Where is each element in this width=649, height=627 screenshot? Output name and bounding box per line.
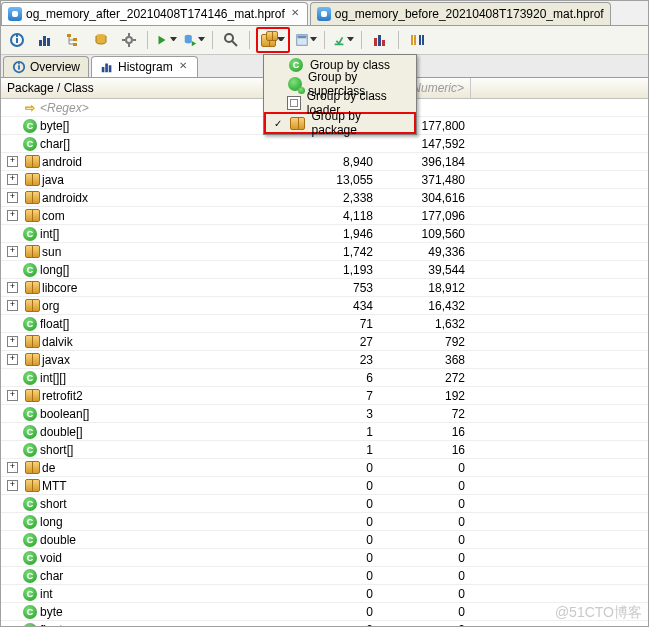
regex-placeholder[interactable]: <Regex> — [40, 101, 89, 115]
table-row[interactable]: int[][]6272 — [1, 369, 648, 387]
class-icon — [22, 424, 38, 440]
table-row[interactable]: +de00 — [1, 459, 648, 477]
table-row[interactable]: +MTT00 — [1, 477, 648, 495]
histogram-button[interactable] — [33, 28, 57, 52]
table-row[interactable]: double00 — [1, 531, 648, 549]
expander[interactable]: + — [7, 210, 18, 221]
expander[interactable]: + — [7, 156, 18, 167]
row-v1: 4,118 — [289, 209, 379, 223]
table-row[interactable]: int00 — [1, 585, 648, 603]
table-row[interactable]: +androidx2,338304,616 — [1, 189, 648, 207]
file-tab-before[interactable]: og_memory_before_20210408T173920_mat.hpr… — [310, 2, 611, 25]
svg-marker-17 — [192, 41, 196, 46]
export-button[interactable] — [331, 28, 355, 52]
calc-button[interactable] — [294, 28, 318, 52]
close-icon[interactable]: ✕ — [289, 8, 301, 20]
table-row[interactable]: +dalvik27792 — [1, 333, 648, 351]
table-row[interactable]: long[]1,19339,544 — [1, 261, 648, 279]
expander — [7, 319, 16, 328]
query-button[interactable] — [89, 28, 113, 52]
row-name: boolean[] — [40, 407, 89, 421]
row-v1: 3 — [289, 407, 379, 421]
row-name: double — [40, 533, 76, 547]
group-by-menu: Group by classGroup by superclassGroup b… — [263, 54, 417, 135]
expander[interactable]: + — [7, 192, 18, 203]
class-icon — [22, 316, 38, 332]
svg-rect-4 — [43, 36, 46, 46]
tab-histogram[interactable]: Histogram ✕ — [91, 56, 198, 77]
table-row[interactable]: void00 — [1, 549, 648, 567]
expander[interactable]: + — [7, 354, 18, 365]
table-row[interactable]: boolean[]372 — [1, 405, 648, 423]
table-row[interactable]: +retrofit27192 — [1, 387, 648, 405]
svg-rect-8 — [73, 43, 77, 46]
table-row[interactable]: +java13,055371,480 — [1, 171, 648, 189]
search-button[interactable] — [219, 28, 243, 52]
menu-item[interactable]: ✓Group by package — [264, 112, 416, 134]
expander[interactable]: + — [7, 282, 18, 293]
close-icon[interactable]: ✕ — [177, 61, 189, 73]
table-row[interactable]: +javax23368 — [1, 351, 648, 369]
tab-overview[interactable]: Overview — [3, 56, 89, 77]
row-v1: 0 — [289, 623, 379, 628]
row-v2: 371,480 — [379, 173, 471, 187]
table-row[interactable]: +libcore75318,912 — [1, 279, 648, 297]
class-icon — [22, 550, 38, 566]
row-v2: 72 — [379, 407, 471, 421]
row-v2: 0 — [379, 623, 471, 628]
filter-button[interactable] — [405, 28, 429, 52]
svg-rect-34 — [109, 65, 112, 72]
table-row[interactable]: +android8,940396,184 — [1, 153, 648, 171]
row-name: double[] — [40, 425, 83, 439]
row-v2: 18,912 — [379, 281, 471, 295]
class-icon — [22, 586, 38, 602]
expander — [7, 265, 16, 274]
db-run-button[interactable] — [182, 28, 206, 52]
column-header-name[interactable]: Package / Class — [1, 78, 289, 98]
row-name: void — [40, 551, 62, 565]
app-root: og_memory_after_20210408T174146_mat.hpro… — [0, 0, 649, 627]
package-icon — [24, 334, 40, 350]
table-row[interactable]: int[]1,946109,560 — [1, 225, 648, 243]
compare-button[interactable] — [368, 28, 392, 52]
row-name: int[][] — [40, 371, 66, 385]
expander[interactable]: + — [7, 390, 18, 401]
expander[interactable]: + — [7, 462, 18, 473]
row-name: int[] — [40, 227, 59, 241]
table-row[interactable]: long00 — [1, 513, 648, 531]
group-by-button[interactable] — [256, 27, 290, 53]
expander[interactable]: + — [7, 300, 18, 311]
table-row[interactable]: float00 — [1, 621, 648, 627]
table-row[interactable]: +com4,118177,096 — [1, 207, 648, 225]
expander[interactable]: + — [7, 246, 18, 257]
tree-button[interactable] — [61, 28, 85, 52]
table-row[interactable]: byte00 — [1, 603, 648, 621]
run-button[interactable] — [154, 28, 178, 52]
expander[interactable]: + — [7, 480, 18, 491]
row-name: retrofit2 — [42, 389, 83, 403]
table-row[interactable]: char[]147,592 — [1, 135, 648, 153]
table-row[interactable]: short00 — [1, 495, 648, 513]
table-row[interactable]: +org43416,432 — [1, 297, 648, 315]
package-icon — [24, 298, 40, 314]
table-row[interactable]: short[]116 — [1, 441, 648, 459]
expander[interactable]: + — [7, 336, 18, 347]
table-row[interactable]: char00 — [1, 567, 648, 585]
row-v1: 27 — [289, 335, 379, 349]
separator — [324, 31, 325, 49]
gear-button[interactable] — [117, 28, 141, 52]
table-row[interactable]: float[]711,632 — [1, 315, 648, 333]
table-body: ⇨ <Regex> byte[]177,800char[]147,592+and… — [1, 99, 648, 627]
row-v1: 2,338 — [289, 191, 379, 205]
row-v2: 792 — [379, 335, 471, 349]
regex-icon: ⇨ — [22, 100, 38, 116]
row-name: byte[] — [40, 119, 69, 133]
table-row[interactable]: double[]116 — [1, 423, 648, 441]
svg-rect-22 — [374, 38, 377, 46]
info-button[interactable] — [5, 28, 29, 52]
expander[interactable]: + — [7, 174, 18, 185]
package-icon — [290, 115, 306, 131]
table-row[interactable]: +sun1,74249,336 — [1, 243, 648, 261]
file-tab-after[interactable]: og_memory_after_20210408T174146_mat.hpro… — [1, 2, 308, 25]
row-v1: 0 — [289, 551, 379, 565]
